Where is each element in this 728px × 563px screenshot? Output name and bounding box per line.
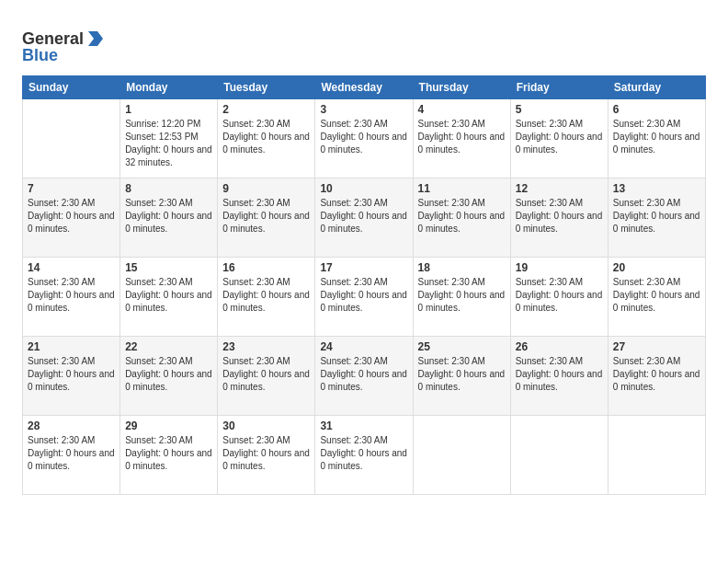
weekday-header-friday: Friday xyxy=(510,76,608,99)
day-number: 26 xyxy=(516,340,603,353)
day-info: Sunset: 2:30 AM Daylight: 0 hours and 0 … xyxy=(222,197,310,236)
day-info: Sunset: 2:30 AM Daylight: 0 hours and 0 … xyxy=(320,355,407,394)
calendar-cell: 29Sunset: 2:30 AM Daylight: 0 hours and … xyxy=(120,416,218,495)
calendar-cell: 3Sunset: 2:30 AM Daylight: 0 hours and 0… xyxy=(315,99,413,178)
day-number: 2 xyxy=(222,103,310,116)
calendar-cell: 11Sunset: 2:30 AM Daylight: 0 hours and … xyxy=(413,178,510,258)
day-info: Sunset: 2:30 AM Daylight: 0 hours and 0 … xyxy=(418,197,506,236)
calendar-cell: 2Sunset: 2:30 AM Daylight: 0 hours and 0… xyxy=(218,99,315,178)
calendar-cell xyxy=(510,416,608,495)
day-number: 14 xyxy=(28,261,115,274)
svg-text:General: General xyxy=(22,29,84,48)
day-number: 5 xyxy=(516,103,603,116)
day-info: Sunset: 2:30 AM Daylight: 0 hours and 0 … xyxy=(613,355,700,394)
weekday-header-tuesday: Tuesday xyxy=(218,76,315,99)
day-info: Sunset: 2:30 AM Daylight: 0 hours and 0 … xyxy=(613,276,700,315)
logo-svg: General Blue xyxy=(22,20,123,68)
day-info: Sunset: 2:30 AM Daylight: 0 hours and 0 … xyxy=(320,118,407,156)
day-number: 20 xyxy=(613,261,700,274)
day-info: Sunset: 2:30 AM Daylight: 0 hours and 0 … xyxy=(222,355,310,394)
calendar-cell: 8Sunset: 2:30 AM Daylight: 0 hours and 0… xyxy=(120,178,218,258)
calendar-cell: 5Sunset: 2:30 AM Daylight: 0 hours and 0… xyxy=(510,99,608,178)
logo: General Blue xyxy=(22,20,123,68)
day-info: Sunset: 2:30 AM Daylight: 0 hours and 0 … xyxy=(516,118,603,156)
day-info: Sunset: 2:30 AM Daylight: 0 hours and 0 … xyxy=(418,118,506,156)
day-info: Sunset: 2:30 AM Daylight: 0 hours and 0 … xyxy=(28,276,115,315)
day-number: 24 xyxy=(320,340,407,353)
day-number: 22 xyxy=(125,340,212,353)
day-number: 1 xyxy=(125,103,212,116)
day-number: 21 xyxy=(28,340,115,353)
calendar-week-row: 28Sunset: 2:30 AM Daylight: 0 hours and … xyxy=(23,416,706,495)
day-number: 8 xyxy=(125,182,212,195)
header: General Blue xyxy=(22,17,706,68)
day-number: 9 xyxy=(222,182,310,195)
day-number: 23 xyxy=(222,340,310,353)
calendar-cell: 30Sunset: 2:30 AM Daylight: 0 hours and … xyxy=(218,416,315,495)
calendar-cell: 13Sunset: 2:30 AM Daylight: 0 hours and … xyxy=(608,178,705,258)
calendar-cell: 28Sunset: 2:30 AM Daylight: 0 hours and … xyxy=(23,416,120,495)
svg-marker-2 xyxy=(88,31,103,46)
day-info: Sunset: 2:30 AM Daylight: 0 hours and 0 … xyxy=(125,355,212,394)
calendar-cell: 20Sunset: 2:30 AM Daylight: 0 hours and … xyxy=(608,258,705,337)
day-info: Sunset: 2:30 AM Daylight: 0 hours and 0 … xyxy=(320,197,407,236)
day-number: 6 xyxy=(613,103,700,116)
day-info: Sunset: 2:30 AM Daylight: 0 hours and 0 … xyxy=(516,197,603,236)
calendar-cell: 9Sunset: 2:30 AM Daylight: 0 hours and 0… xyxy=(218,178,315,258)
day-info: Sunset: 2:30 AM Daylight: 0 hours and 0 … xyxy=(320,434,407,473)
calendar-cell xyxy=(608,416,705,495)
day-number: 12 xyxy=(516,182,603,195)
day-number: 19 xyxy=(516,261,603,274)
calendar-cell: 10Sunset: 2:30 AM Daylight: 0 hours and … xyxy=(315,178,413,258)
calendar-cell: 12Sunset: 2:30 AM Daylight: 0 hours and … xyxy=(510,178,608,258)
day-info: Sunset: 2:30 AM Daylight: 0 hours and 0 … xyxy=(125,434,212,473)
day-info: Sunset: 2:30 AM Daylight: 0 hours and 0 … xyxy=(516,355,603,394)
calendar-cell: 1Sunrise: 12:20 PM Sunset: 12:53 PM Dayl… xyxy=(120,99,218,178)
day-info: Sunset: 2:30 AM Daylight: 0 hours and 0 … xyxy=(222,434,310,473)
calendar-cell: 19Sunset: 2:30 AM Daylight: 0 hours and … xyxy=(510,258,608,337)
calendar-cell: 21Sunset: 2:30 AM Daylight: 0 hours and … xyxy=(23,337,120,416)
calendar-week-row: 21Sunset: 2:30 AM Daylight: 0 hours and … xyxy=(23,337,706,416)
day-info: Sunset: 2:30 AM Daylight: 0 hours and 0 … xyxy=(222,276,310,315)
day-number: 25 xyxy=(418,340,506,353)
calendar-cell: 6Sunset: 2:30 AM Daylight: 0 hours and 0… xyxy=(608,99,705,178)
day-info: Sunrise: 12:20 PM Sunset: 12:53 PM Dayli… xyxy=(125,118,212,169)
day-info: Sunset: 2:30 AM Daylight: 0 hours and 0 … xyxy=(418,276,506,315)
calendar-week-row: 7Sunset: 2:30 AM Daylight: 0 hours and 0… xyxy=(23,178,706,258)
day-info: Sunset: 2:30 AM Daylight: 0 hours and 0 … xyxy=(28,434,115,473)
calendar-cell xyxy=(23,99,120,178)
weekday-header-wednesday: Wednesday xyxy=(315,76,413,99)
weekday-header-thursday: Thursday xyxy=(413,76,510,99)
day-info: Sunset: 2:30 AM Daylight: 0 hours and 0 … xyxy=(613,197,700,236)
calendar-cell: 16Sunset: 2:30 AM Daylight: 0 hours and … xyxy=(218,258,315,337)
day-number: 7 xyxy=(28,182,115,195)
day-info: Sunset: 2:30 AM Daylight: 0 hours and 0 … xyxy=(418,355,506,394)
calendar-cell: 23Sunset: 2:30 AM Daylight: 0 hours and … xyxy=(218,337,315,416)
calendar-header-row: SundayMondayTuesdayWednesdayThursdayFrid… xyxy=(23,76,706,99)
day-info: Sunset: 2:30 AM Daylight: 0 hours and 0 … xyxy=(320,276,407,315)
calendar-cell: 25Sunset: 2:30 AM Daylight: 0 hours and … xyxy=(413,337,510,416)
day-number: 31 xyxy=(320,419,407,432)
day-number: 28 xyxy=(28,419,115,432)
svg-text:Blue: Blue xyxy=(22,46,58,64)
day-number: 18 xyxy=(418,261,506,274)
calendar-cell: 14Sunset: 2:30 AM Daylight: 0 hours and … xyxy=(23,258,120,337)
page: General Blue SundayMondayTuesdayWednesda… xyxy=(0,0,728,563)
calendar-week-row: 1Sunrise: 12:20 PM Sunset: 12:53 PM Dayl… xyxy=(23,99,706,178)
calendar-cell: 27Sunset: 2:30 AM Daylight: 0 hours and … xyxy=(608,337,705,416)
calendar-cell: 18Sunset: 2:30 AM Daylight: 0 hours and … xyxy=(413,258,510,337)
day-info: Sunset: 2:30 AM Daylight: 0 hours and 0 … xyxy=(222,118,310,156)
day-number: 27 xyxy=(613,340,700,353)
day-info: Sunset: 2:30 AM Daylight: 0 hours and 0 … xyxy=(125,197,212,236)
day-number: 11 xyxy=(418,182,506,195)
day-number: 29 xyxy=(125,419,212,432)
day-info: Sunset: 2:30 AM Daylight: 0 hours and 0 … xyxy=(28,197,115,236)
day-info: Sunset: 2:30 AM Daylight: 0 hours and 0 … xyxy=(613,118,700,156)
calendar-cell: 31Sunset: 2:30 AM Daylight: 0 hours and … xyxy=(315,416,413,495)
weekday-header-sunday: Sunday xyxy=(23,76,120,99)
day-info: Sunset: 2:30 AM Daylight: 0 hours and 0 … xyxy=(125,276,212,315)
day-number: 4 xyxy=(418,103,506,116)
calendar-cell: 4Sunset: 2:30 AM Daylight: 0 hours and 0… xyxy=(413,99,510,178)
calendar-cell: 26Sunset: 2:30 AM Daylight: 0 hours and … xyxy=(510,337,608,416)
calendar-table: SundayMondayTuesdayWednesdayThursdayFrid… xyxy=(22,75,706,495)
